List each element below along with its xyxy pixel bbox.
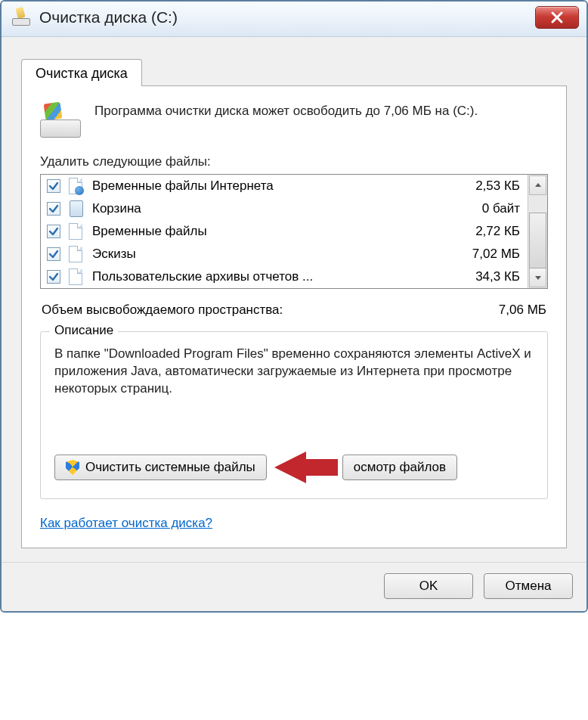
cancel-label: Отмена: [506, 579, 552, 594]
scroll-thumb[interactable]: [529, 213, 546, 268]
page-icon: [68, 268, 85, 286]
file-checkbox[interactable]: [47, 225, 60, 238]
file-list-row[interactable]: Корзина0 байт: [41, 197, 528, 220]
file-size: 2,72 КБ: [452, 224, 520, 239]
tab-disk-cleanup[interactable]: Очистка диска: [21, 59, 142, 86]
dialog-window: Очистка диска (C:) Очистка диска Програм…: [0, 0, 588, 613]
file-label: Корзина: [92, 201, 444, 216]
scroll-down-button[interactable]: [529, 268, 546, 287]
disk-cleanup-large-icon: [40, 103, 82, 138]
description-group: Описание В папке "Downloaded Program Fil…: [40, 331, 548, 499]
tab-panel: Программа очистки диска может освободить…: [21, 85, 567, 548]
files-to-delete-label: Удалить следующие файлы:: [40, 154, 548, 169]
close-icon: [549, 10, 565, 25]
file-list: Временные файлы Интернета2,53 КБКорзина0…: [40, 174, 548, 289]
file-checkbox[interactable]: [47, 202, 60, 216]
file-checkbox[interactable]: [47, 247, 60, 261]
file-label: Эскизы: [92, 247, 444, 262]
dialog-footer: OK Отмена: [2, 562, 586, 611]
file-size: 0 байт: [452, 201, 520, 216]
file-label: Пользовательские архивы отчетов ...: [92, 269, 444, 284]
file-label: Временные файлы Интернета: [92, 178, 444, 194]
description-title: Описание: [50, 323, 118, 338]
clean-system-files-button[interactable]: Очистить системные файлы: [54, 455, 267, 480]
total-space-value: 7,06 МБ: [499, 303, 546, 318]
internet-page-icon: [68, 177, 85, 195]
annotation-arrow-icon: [274, 453, 338, 482]
recycle-bin-icon: [68, 200, 85, 218]
view-files-button[interactable]: осмотр файлов: [342, 455, 457, 480]
ok-button[interactable]: OK: [384, 573, 473, 599]
file-size: 2,53 КБ: [452, 178, 520, 194]
scroll-track[interactable]: [528, 196, 547, 267]
titlebar: Очистка диска (C:): [2, 2, 586, 37]
total-space-label: Объем высвобождаемого пространства:: [42, 303, 283, 318]
file-list-row[interactable]: Эскизы7,02 МБ: [41, 243, 528, 265]
view-files-label: осмотр файлов: [354, 460, 446, 475]
file-list-row[interactable]: Пользовательские архивы отчетов ...34,3 …: [41, 265, 528, 288]
ok-label: OK: [419, 579, 438, 594]
file-size: 7,02 МБ: [452, 247, 520, 262]
file-label: Временные файлы: [92, 224, 444, 239]
cancel-button[interactable]: Отмена: [484, 573, 573, 599]
file-list-row[interactable]: Временные файлы2,72 КБ: [41, 220, 528, 243]
intro-text: Программа очистки диска может освободить…: [94, 103, 478, 138]
scroll-up-button[interactable]: [529, 175, 546, 195]
help-link[interactable]: Как работает очистка диска?: [40, 516, 212, 530]
file-checkbox[interactable]: [47, 179, 60, 193]
page-icon: [68, 222, 85, 241]
disk-cleanup-icon: [12, 9, 32, 26]
file-size: 34,3 КБ: [452, 269, 520, 284]
description-text: В папке "Downloaded Program Files" време…: [54, 346, 534, 444]
clean-system-files-label: Очистить системные файлы: [85, 460, 255, 475]
scrollbar: [528, 175, 547, 288]
page-icon: [68, 245, 85, 263]
close-button[interactable]: [535, 6, 579, 29]
file-list-row[interactable]: Временные файлы Интернета2,53 КБ: [41, 175, 528, 197]
window-title: Очистка диска (C:): [39, 8, 178, 26]
shield-icon: [66, 460, 79, 475]
file-checkbox[interactable]: [47, 270, 60, 284]
